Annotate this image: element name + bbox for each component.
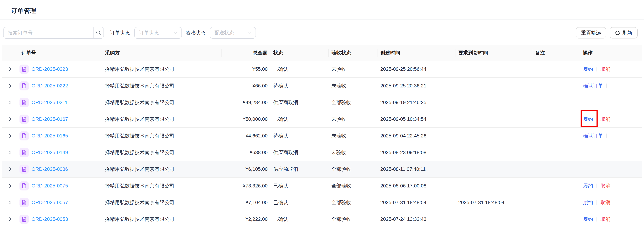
order-number-link[interactable]: ORD-2025-0053 xyxy=(32,216,68,222)
filter-toolbar: 订单状态: 订单状态 验收状态: 配送状态 重置筛选 刷新 xyxy=(0,27,644,39)
order-cell: ORD-2025-0149 xyxy=(18,148,102,157)
status-cell: 供应商取消 xyxy=(270,166,328,172)
column-header-created-at: 创建时间 xyxy=(378,45,456,61)
expand-cell xyxy=(2,67,18,72)
required-at-cell: 2025-07-31 18:48:04 xyxy=(456,200,532,205)
actions-cell: 履约取消 xyxy=(580,199,642,206)
column-header-order-no: 订单号 xyxy=(18,45,102,61)
buyer-cell: 择精用弘数据技术南京有限公司 xyxy=(102,182,222,189)
status-cell: 已确认 xyxy=(270,199,328,206)
table-row: ORD-2025-0075 择精用弘数据技术南京有限公司 ¥73,326.00 … xyxy=(2,178,642,194)
action-link[interactable]: 履约 xyxy=(583,66,593,73)
refresh-icon xyxy=(615,30,620,36)
created-at-cell: 2025-08-06 17:00:08 xyxy=(378,183,456,189)
order-status-select[interactable]: 订单状态 xyxy=(134,27,182,39)
order-number-link[interactable]: ORD-2025-0086 xyxy=(32,166,68,172)
table-row: ORD-2025-0053 择精用弘数据技术南京有限公司 ¥2,222.00 已… xyxy=(2,211,642,227)
action-divider xyxy=(596,183,597,188)
buyer-cell: 择精用弘数据技术南京有限公司 xyxy=(102,149,222,156)
cancel-action-link[interactable]: 取消 xyxy=(600,182,610,189)
action-divider xyxy=(606,134,607,138)
accept-status-cell: 全部验收 xyxy=(328,216,378,222)
chevron-right-icon[interactable] xyxy=(8,150,12,155)
actions-cell: 履约取消 xyxy=(580,66,642,73)
column-header-buyer: 采购方 xyxy=(102,45,222,61)
actions-cell: 履约取消 xyxy=(580,216,642,222)
amount-cell: ¥7,104.00 xyxy=(222,200,270,205)
table-body: ORD-2025-0223 择精用弘数据技术南京有限公司 ¥55.00 已确认 … xyxy=(2,61,642,227)
buyer-cell: 择精用弘数据技术南京有限公司 xyxy=(102,199,222,206)
action-link[interactable]: 履约 xyxy=(583,116,593,123)
reset-filter-button[interactable]: 重置筛选 xyxy=(576,27,606,39)
order-number-link[interactable]: ORD-2025-0057 xyxy=(32,200,68,205)
buyer-cell: 择精用弘数据技术南京有限公司 xyxy=(102,116,222,123)
order-number-link[interactable]: ORD-2025-0211 xyxy=(32,100,68,105)
column-header-remark: 备注 xyxy=(532,45,580,61)
status-cell: 供应商取消 xyxy=(270,99,328,106)
order-status-placeholder: 订单状态 xyxy=(139,30,159,36)
action-divider xyxy=(596,217,597,221)
buyer-cell: 择精用弘数据技术南京有限公司 xyxy=(102,216,222,222)
order-cell: ORD-2025-0222 xyxy=(18,81,102,90)
amount-cell: ¥49,284.00 xyxy=(222,100,270,105)
status-cell: 待确认 xyxy=(270,132,328,139)
chevron-right-icon[interactable] xyxy=(8,200,12,205)
status-cell: 待确认 xyxy=(270,82,328,89)
order-number-link[interactable]: ORD-2025-0223 xyxy=(32,66,68,72)
order-number-link[interactable]: ORD-2025-0167 xyxy=(32,116,68,122)
search-icon xyxy=(96,30,101,36)
delivery-status-select[interactable]: 配送状态 xyxy=(210,27,256,39)
action-divider xyxy=(596,117,597,121)
buyer-cell: 择精用弘数据技术南京有限公司 xyxy=(102,82,222,89)
cancel-action-link[interactable]: 取消 xyxy=(600,66,610,73)
cancel-action-link[interactable]: 取消 xyxy=(600,116,610,123)
accept-status-label: 验收状态: xyxy=(186,30,207,36)
order-number-link[interactable]: ORD-2025-0075 xyxy=(32,183,68,189)
action-link[interactable]: 履约 xyxy=(583,199,593,206)
action-link[interactable]: 履约 xyxy=(583,182,593,189)
search-button[interactable] xyxy=(93,27,104,38)
amount-cell: ¥73,326.00 xyxy=(222,183,270,189)
accept-status-cell: 全部验收 xyxy=(328,182,378,189)
expand-cell xyxy=(2,134,18,138)
amount-cell: ¥6,105.00 xyxy=(222,166,270,172)
action-divider xyxy=(596,200,597,205)
chevron-right-icon[interactable] xyxy=(8,100,12,105)
table-row: ORD-2025-0222 择精用弘数据技术南京有限公司 ¥66.00 待确认 … xyxy=(2,78,642,94)
order-cell: ORD-2025-0057 xyxy=(18,198,102,207)
search-input[interactable] xyxy=(4,27,93,38)
order-number-link[interactable]: ORD-2025-0149 xyxy=(32,150,68,155)
status-cell: 已确认 xyxy=(270,66,328,73)
refresh-button[interactable]: 刷新 xyxy=(610,27,638,39)
order-number-link[interactable]: ORD-2025-0165 xyxy=(32,133,68,139)
action-divider xyxy=(606,84,607,88)
cancel-action-link[interactable]: 取消 xyxy=(600,216,610,222)
column-header-required-at: 要求到货时间 xyxy=(456,45,532,61)
action-link[interactable]: 履约 xyxy=(583,216,593,222)
expand-cell xyxy=(2,100,18,105)
refresh-button-label: 刷新 xyxy=(622,30,632,36)
chevron-down-icon xyxy=(248,31,252,35)
chevron-right-icon[interactable] xyxy=(8,217,12,221)
order-number-link[interactable]: ORD-2025-0222 xyxy=(32,83,68,89)
chevron-down-icon xyxy=(174,31,178,35)
buyer-cell: 择精用弘数据技术南京有限公司 xyxy=(102,166,222,172)
accept-status-cell: 全部验收 xyxy=(328,99,378,106)
document-icon xyxy=(20,181,29,190)
chevron-right-icon[interactable] xyxy=(8,167,12,171)
chevron-right-icon[interactable] xyxy=(8,117,12,121)
chevron-right-icon[interactable] xyxy=(8,84,12,88)
table-row: ORD-2025-0057 择精用弘数据技术南京有限公司 ¥7,104.00 已… xyxy=(2,194,642,211)
action-link[interactable]: 确认订单 xyxy=(583,132,603,139)
chevron-right-icon[interactable] xyxy=(8,134,12,138)
cancel-action-link[interactable]: 取消 xyxy=(600,199,610,206)
buyer-cell: 择精用弘数据技术南京有限公司 xyxy=(102,66,222,73)
column-header-status: 状态 xyxy=(270,45,328,61)
action-link[interactable]: 确认订单 xyxy=(583,82,603,89)
accept-status-cell: 未验收 xyxy=(328,116,378,123)
delivery-status-placeholder: 配送状态 xyxy=(214,30,234,36)
chevron-right-icon[interactable] xyxy=(8,183,12,188)
chevron-right-icon[interactable] xyxy=(8,67,12,72)
order-cell: ORD-2025-0223 xyxy=(18,65,102,74)
table-header-row: 订单号 采购方 总金额 状态 验收状态 创建时间 要求到货时间 备注 操作 xyxy=(2,45,642,61)
